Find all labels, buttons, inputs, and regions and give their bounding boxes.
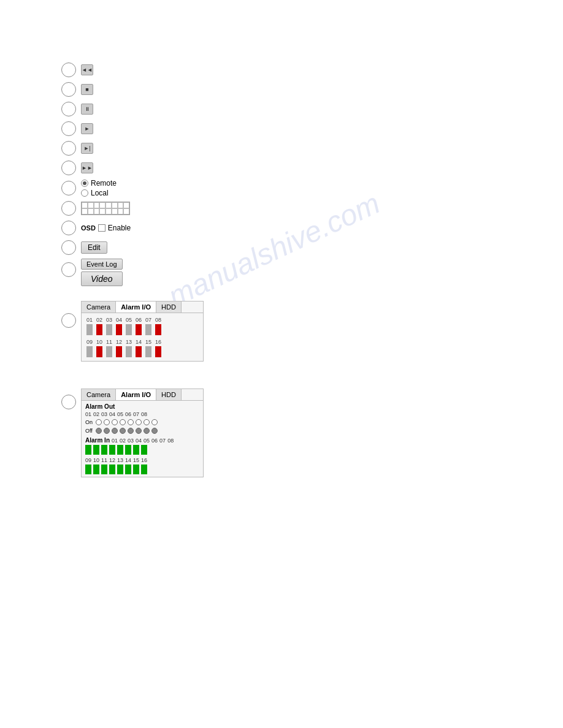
grid-cell-8 xyxy=(123,202,129,208)
alarm-tab-hdd[interactable]: HDD xyxy=(156,389,182,400)
alarm-in-bar-11 xyxy=(101,464,107,474)
osd-row: OSD Enable xyxy=(61,219,204,237)
grid-row xyxy=(61,200,204,217)
grid-cell-5 xyxy=(105,202,112,208)
grid-cell-2 xyxy=(88,202,94,208)
remote-radio-item[interactable]: Remote xyxy=(81,179,117,188)
tab-camera[interactable]: Camera xyxy=(82,301,116,313)
osd-group: OSD Enable xyxy=(81,224,131,232)
remote-local-group: Remote Local xyxy=(81,179,117,197)
stop-row: ■ xyxy=(61,81,204,98)
grid-cell-15 xyxy=(118,208,124,214)
bar-14 xyxy=(136,346,142,357)
grid-cell-14 xyxy=(112,208,118,214)
on-circle-2[interactable] xyxy=(104,419,110,425)
pause-row: ⏸ xyxy=(61,100,204,118)
off-circle-2[interactable] xyxy=(104,428,110,434)
bar-05 xyxy=(126,324,132,335)
grid-cell-16 xyxy=(123,208,129,214)
tab-alarm-io[interactable]: Alarm I/O xyxy=(116,301,156,313)
camera-row2-labels: 09 10 11 12 13 14 15 16 xyxy=(85,339,199,345)
osd-enable-checkbox[interactable] xyxy=(98,224,105,232)
alarm-io-panel: Camera Alarm I/O HDD Alarm Out 0102 0304… xyxy=(81,389,204,477)
local-radio-item[interactable]: Local xyxy=(81,189,117,197)
event-log-button[interactable]: Event Log xyxy=(81,259,123,270)
alarm-in-section: Alarm In 0102 0304 0506 0708 xyxy=(85,437,199,474)
play-button[interactable]: ► xyxy=(81,123,93,134)
alarm-out-numbers: 0102 0304 0506 0708 xyxy=(85,411,199,417)
alarm-in-label: Alarm In xyxy=(85,437,110,444)
alarm-in-bar-16 xyxy=(141,464,147,474)
on-circle-3[interactable] xyxy=(112,419,118,425)
alarm-in-bar-13 xyxy=(117,464,123,474)
bar-04 xyxy=(116,324,122,335)
osd-circle xyxy=(61,221,76,235)
tab-hdd[interactable]: HDD xyxy=(156,301,182,313)
alarm-in-bar-10 xyxy=(93,464,99,474)
alarm-off-circles xyxy=(96,428,158,434)
off-circle-8[interactable] xyxy=(151,428,158,434)
alarm-in-bar-8 xyxy=(141,445,147,455)
off-circle-4[interactable] xyxy=(120,428,126,434)
bar-11 xyxy=(106,346,112,357)
fast-forward-circle xyxy=(61,161,76,175)
alarm-in-bar-9 xyxy=(85,464,91,474)
pause-circle xyxy=(61,102,76,116)
edit-row: Edit xyxy=(61,239,204,256)
on-circle-7[interactable] xyxy=(144,419,150,425)
video-button[interactable]: Video xyxy=(81,271,123,286)
grid-circle xyxy=(61,201,76,216)
alarm-in-bar-7 xyxy=(133,445,139,455)
local-label: Local xyxy=(91,189,109,197)
rewind-button[interactable]: ◄◄ xyxy=(81,64,93,75)
on-circle-8[interactable] xyxy=(151,419,158,425)
off-circle-5[interactable] xyxy=(128,428,134,434)
remote-radio-dot[interactable] xyxy=(81,180,88,187)
local-radio-dot[interactable] xyxy=(81,189,88,197)
off-circle-7[interactable] xyxy=(144,428,150,434)
on-circle-4[interactable] xyxy=(120,419,126,425)
bar-16 xyxy=(155,346,161,357)
off-circle-1[interactable] xyxy=(96,428,102,434)
alarm-out-section: Alarm Out 0102 0304 0506 0708 On xyxy=(85,403,199,434)
grid-cell-13 xyxy=(105,208,112,214)
on-circle-6[interactable] xyxy=(136,419,142,425)
pause-button[interactable]: ⏸ xyxy=(81,104,93,115)
grid-cell-6 xyxy=(112,202,118,208)
stop-button[interactable]: ■ xyxy=(81,84,93,95)
grid-cell-12 xyxy=(99,208,105,214)
alarm-on-circles xyxy=(96,419,158,425)
off-circle-3[interactable] xyxy=(112,428,118,434)
alarm-tab-alarm-io[interactable]: Alarm I/O xyxy=(116,389,156,400)
event-log-circle xyxy=(61,262,76,277)
on-circle-1[interactable] xyxy=(96,419,102,425)
camera-panel-tabs: Camera Alarm I/O HDD xyxy=(82,301,203,313)
on-label: On xyxy=(85,419,94,425)
alarm-in-bar-1 xyxy=(85,445,91,455)
alarm-in-bars-row1 xyxy=(85,445,199,455)
on-circle-5[interactable] xyxy=(128,419,134,425)
bar-07 xyxy=(145,324,151,335)
remote-label: Remote xyxy=(91,179,117,188)
grid-cell-1 xyxy=(82,202,88,208)
bar-02 xyxy=(96,324,102,335)
grid-cell-7 xyxy=(118,202,124,208)
bar-08 xyxy=(155,324,161,335)
alarm-in-bar-6 xyxy=(125,445,131,455)
grid-cell-4 xyxy=(99,202,105,208)
bar-13 xyxy=(126,346,132,357)
step-forward-button[interactable]: ►| xyxy=(81,143,93,154)
osd-label: OSD xyxy=(81,224,96,232)
event-log-row: Event Log Video xyxy=(61,259,204,286)
alarm-tab-camera[interactable]: Camera xyxy=(82,389,116,400)
bar-03 xyxy=(106,324,112,335)
grid-cell-10 xyxy=(88,208,94,214)
edit-button[interactable]: Edit xyxy=(81,241,107,254)
fast-forward-button[interactable]: ►► xyxy=(81,162,93,173)
rewind-row: ◄◄ xyxy=(61,61,204,78)
grid-selector[interactable] xyxy=(81,202,130,215)
alarm-in-numbers: 0102 0304 0506 0708 xyxy=(112,438,174,444)
off-circle-6[interactable] xyxy=(136,428,142,434)
play-circle xyxy=(61,121,76,136)
fast-forward-row: ►► xyxy=(61,159,204,176)
